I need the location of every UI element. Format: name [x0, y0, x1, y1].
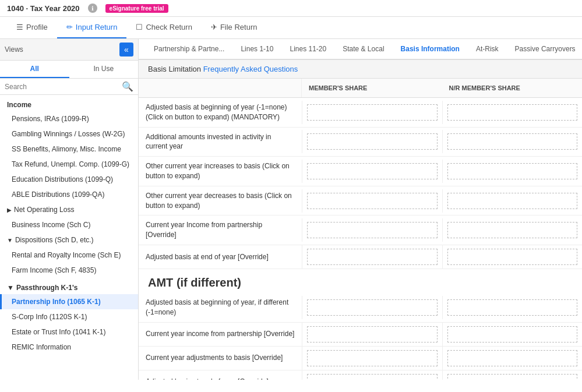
- amt-row-cell-nr-member-0: [442, 296, 583, 319]
- info-icon[interactable]: ℹ: [88, 3, 97, 13]
- sidebar-item-education[interactable]: Education Distributions (1099-Q): [0, 172, 138, 187]
- table-row: Other current year decreases to basis (C…: [139, 186, 582, 216]
- check-icon: ☐: [136, 23, 143, 31]
- amt-input-nr-member-1[interactable]: [447, 326, 578, 342]
- amt-row-cell-nr-member-2: [442, 347, 583, 370]
- sidebar-item-pensions[interactable]: Pensions, IRAs (1099-R): [0, 111, 138, 126]
- table-row: Adjusted basis at end of year [Override]: [139, 370, 582, 380]
- tab-profile[interactable]: ☰ Profile: [7, 17, 57, 38]
- sec-tab-at-risk[interactable]: At-Risk: [468, 39, 507, 60]
- table-row: Adjusted basis at beginning of year, if …: [139, 293, 582, 323]
- row-cell-member-4: [302, 218, 442, 242]
- sec-tab-passive[interactable]: Passive Carryovers: [507, 39, 582, 60]
- income-section-title: Income: [0, 95, 138, 111]
- sec-tab-lines-1-10[interactable]: Lines 1-10: [232, 39, 281, 60]
- sidebar-item-rental[interactable]: Rental and Royalty Income (Sch E): [0, 248, 138, 263]
- input-nr-member-4[interactable]: [447, 222, 578, 238]
- input-member-3[interactable]: [307, 193, 438, 209]
- row-cell-member-3: [302, 189, 442, 213]
- row-label-3: Other current year decreases to basis (C…: [139, 186, 302, 216]
- sidebar-item-farm[interactable]: Farm Income (Sch F, 4835): [0, 263, 138, 278]
- input-nr-member-0[interactable]: [447, 104, 578, 121]
- amt-row-cell-member-0: [302, 296, 442, 319]
- sidebar-item-business-income[interactable]: Business Income (Sch C): [0, 217, 138, 232]
- table-row: Other current year increases to basis (C…: [139, 157, 582, 186]
- row-cell-nr-member-0: [442, 101, 583, 124]
- faq-link[interactable]: Frequently Asked Questions: [203, 65, 298, 73]
- amt-row-cell-member-1: [302, 323, 442, 346]
- main-nav: ☰ Profile ✏ Input Return ☐ Check Return …: [0, 17, 582, 39]
- right-content: Partnership & Partne... Lines 1-10 Lines…: [139, 39, 582, 380]
- row-label-5: Adjusted basis at end of year [Override]: [139, 248, 302, 267]
- sidebar-group-dispositions[interactable]: ▼ Dispositions (Sch D, etc.): [0, 232, 138, 248]
- input-nr-member-2[interactable]: [447, 163, 578, 179]
- row-label-0: Adjusted basis at beginning of year (-1=…: [139, 98, 302, 127]
- tab-file-return[interactable]: ✈ File Return: [202, 17, 267, 38]
- row-cell-nr-member-4: [442, 218, 583, 242]
- passthrough-section-title: ▼ Passthrough K-1's: [0, 278, 138, 294]
- row-label-4: Current year Income from partnership [Ov…: [139, 216, 302, 245]
- edit-icon: ✏: [66, 23, 73, 31]
- amt-row-cell-nr-member-3: [442, 370, 583, 380]
- amt-row-cell-member-3: [302, 370, 442, 380]
- sidebar-item-tax-refund[interactable]: Tax Refund, Unempl. Comp. (1099-G): [0, 157, 138, 172]
- sidebar-item-estate[interactable]: Estate or Trust Info (1041 K-1): [0, 324, 138, 340]
- app-title: 1040 · Tax Year 2020: [7, 4, 80, 13]
- input-nr-member-5[interactable]: [447, 249, 578, 265]
- row-label-1: Additional amounts invested in activity …: [139, 128, 302, 157]
- tab-check-return[interactable]: ☐ Check Return: [126, 17, 201, 38]
- col-nr-members-share: N/R MEMBER'S SHARE: [442, 79, 583, 97]
- amt-header: AMT (if different): [139, 269, 582, 293]
- sidebar-item-remic[interactable]: REMIC Information: [0, 340, 138, 355]
- sidebar-item-scorp[interactable]: S-Corp Info (1120S K-1): [0, 309, 138, 324]
- input-member-5[interactable]: [307, 249, 438, 265]
- input-nr-member-3[interactable]: [447, 193, 578, 209]
- amt-input-nr-member-2[interactable]: [447, 350, 578, 366]
- col-members-share: MEMBER'S SHARE: [302, 79, 442, 97]
- row-label-2: Other current year increases to basis (C…: [139, 157, 302, 186]
- sidebar-item-able[interactable]: ABLE Distributions (1099-QA): [0, 187, 138, 202]
- col-description: [139, 79, 302, 97]
- expand-icon: ▼: [7, 237, 13, 243]
- sec-tab-basis-info[interactable]: Basis Information: [393, 39, 468, 60]
- amt-row-cell-nr-member-1: [442, 323, 583, 346]
- amt-row-label-2: Current year adjustments to basis [Overr…: [139, 348, 302, 368]
- amt-input-member-1[interactable]: [307, 326, 438, 342]
- row-cell-nr-member-3: [442, 189, 583, 213]
- views-bar: Views «: [0, 39, 138, 61]
- amt-row-label-1: Current year income from partnership [Ov…: [139, 324, 302, 344]
- sec-tab-partnership[interactable]: Partnership & Partne...: [146, 39, 232, 60]
- sidebar-tab-row: All In Use: [0, 61, 138, 79]
- views-toggle-button[interactable]: «: [119, 43, 133, 56]
- row-cell-member-1: [302, 130, 442, 153]
- sec-tab-state-local[interactable]: State & Local: [334, 39, 392, 60]
- sidebar-tab-in-use[interactable]: In Use: [69, 61, 139, 78]
- input-member-0[interactable]: [307, 104, 438, 121]
- search-input[interactable]: [5, 83, 119, 91]
- views-label: Views: [5, 45, 23, 54]
- sec-tab-lines-11-20[interactable]: Lines 11-20: [281, 39, 334, 60]
- tab-input-return[interactable]: ✏ Input Return: [57, 17, 127, 38]
- amt-input-member-3[interactable]: [307, 374, 438, 380]
- amt-input-nr-member-0[interactable]: [447, 299, 578, 316]
- sidebar-group-nol[interactable]: ▶ Net Operating Loss: [0, 202, 138, 217]
- sidebar-item-ss-benefits[interactable]: SS Benefits, Alimony, Misc. Income: [0, 142, 138, 157]
- sidebar-item-partnership[interactable]: Partnership Info (1065 K-1): [0, 294, 138, 309]
- amt-input-nr-member-3[interactable]: [447, 374, 578, 380]
- table-row: Current year income from partnership [Ov…: [139, 323, 582, 347]
- sidebar-item-gambling[interactable]: Gambling Winnings / Losses (W-2G): [0, 126, 138, 142]
- input-member-1[interactable]: [307, 133, 438, 150]
- sidebar-content: Income Pensions, IRAs (1099-R) Gambling …: [0, 95, 138, 380]
- input-member-4[interactable]: [307, 222, 438, 238]
- search-icon[interactable]: 🔍: [122, 81, 133, 92]
- amt-input-member-0[interactable]: [307, 299, 438, 316]
- profile-icon: ☰: [16, 23, 23, 31]
- send-icon: ✈: [211, 23, 217, 31]
- esig-badge[interactable]: eSignature free trial: [105, 4, 168, 13]
- amt-input-member-2[interactable]: [307, 350, 438, 366]
- secondary-nav: Partnership & Partne... Lines 1-10 Lines…: [139, 39, 582, 60]
- sidebar-tab-all[interactable]: All: [0, 61, 69, 78]
- input-member-2[interactable]: [307, 163, 438, 179]
- expand-icon: ▶: [7, 207, 12, 213]
- input-nr-member-1[interactable]: [447, 133, 578, 150]
